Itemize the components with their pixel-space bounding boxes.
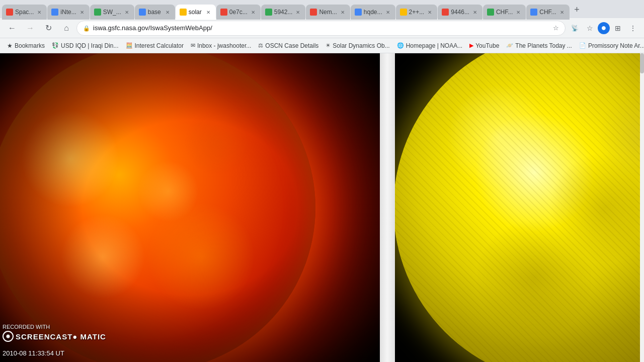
bookmark-oscn[interactable]: ⚖ OSCN Case Details bbox=[255, 41, 321, 50]
tab-favicon-hqde bbox=[355, 9, 362, 16]
tab-hqde[interactable]: hqde... ✕ bbox=[351, 5, 395, 20]
tab-close-sw[interactable]: ✕ bbox=[123, 9, 130, 16]
forward-button[interactable] bbox=[22, 20, 38, 36]
tab-favicon-solar bbox=[180, 9, 187, 16]
sun-left bbox=[0, 53, 315, 362]
screencast-text: SCREENCAST● MATIC bbox=[16, 332, 106, 341]
tab-label-sw: SW_... bbox=[103, 9, 121, 16]
tab-close-chf1[interactable]: ✕ bbox=[515, 9, 522, 16]
tab-inte[interactable]: iNte... ✕ bbox=[47, 5, 89, 20]
tab-label-hqde: hqde... bbox=[364, 9, 382, 16]
bookmark-solar[interactable]: ☀ Solar Dynamics Ob... bbox=[323, 41, 392, 50]
tab-close-hqde[interactable]: ✕ bbox=[384, 9, 391, 16]
screencast-inner-dot bbox=[6, 334, 10, 338]
address-bar[interactable]: iswa.gsfc.nasa.gov/IswaSystemWebApp/ bbox=[76, 21, 566, 36]
solar-right-panel bbox=[395, 53, 644, 362]
bookmark-button[interactable]: ☆ bbox=[583, 21, 597, 35]
bookmark-label-interest: Interest Calculator bbox=[135, 42, 184, 49]
extensions-button[interactable]: ⊞ bbox=[611, 21, 625, 35]
tab-close-5942[interactable]: ✕ bbox=[294, 9, 301, 16]
bookmark-label-planets: The Planets Today ... bbox=[515, 42, 572, 49]
scrollbar[interactable] bbox=[640, 53, 644, 362]
tab-label-5942: 5942... bbox=[274, 9, 293, 16]
tab-2pp[interactable]: 2++... ✕ bbox=[396, 5, 438, 20]
tab-favicon-0e7c bbox=[220, 9, 227, 16]
tab-chf1[interactable]: CHF... ✕ bbox=[483, 5, 526, 20]
bookmark-planets[interactable]: 🪐 The Planets Today ... bbox=[503, 41, 575, 50]
profile-button[interactable]: ● bbox=[598, 22, 610, 34]
tab-nem[interactable]: Nem... ✕ bbox=[306, 5, 350, 20]
tab-close-0e7c[interactable]: ✕ bbox=[250, 9, 257, 16]
tab-chf2[interactable]: CHF... ✕ bbox=[526, 5, 569, 20]
screencast-circle-icon bbox=[3, 331, 14, 342]
bookmark-label-solar: Solar Dynamics Ob... bbox=[333, 42, 389, 49]
tab-bar: Spac... ✕ iNte... ✕ SW_... ✕ base ✕ sola… bbox=[0, 0, 644, 18]
tab-label-solar: solar bbox=[189, 9, 202, 16]
tab-space[interactable]: Spac... ✕ bbox=[2, 5, 47, 20]
bookmark-usd[interactable]: 💱 USD IQD | Iraqi Din... bbox=[49, 41, 121, 50]
tab-close-solar[interactable]: ✕ bbox=[205, 9, 212, 16]
tab-favicon-inte bbox=[51, 9, 58, 16]
tab-favicon-9446 bbox=[442, 9, 449, 16]
tab-0e7c[interactable]: 0e7c... ✕ bbox=[216, 5, 261, 20]
bookmark-icon-bookmarks: ★ bbox=[7, 42, 13, 49]
recorded-with-label: RECORDED WITH bbox=[3, 324, 106, 330]
tab-close-inte[interactable]: ✕ bbox=[78, 9, 86, 16]
bookmark-homepage[interactable]: 🌐 Homepage | NOAA... bbox=[394, 41, 466, 50]
bookmark-inbox[interactable]: ✉ Inbox - jwashooter... bbox=[188, 41, 254, 50]
tab-label-chf1: CHF... bbox=[496, 9, 513, 16]
bookmark-youtube[interactable]: ▶ YouTube bbox=[466, 41, 502, 50]
settings-button[interactable]: ⋮ bbox=[626, 21, 640, 35]
bookmarks-bar: ★ Bookmarks 💱 USD IQD | Iraqi Din... 🧮 I… bbox=[0, 38, 644, 53]
star-icon[interactable] bbox=[553, 24, 559, 32]
tab-close-nem[interactable]: ✕ bbox=[339, 9, 346, 16]
cast-button[interactable]: 📡 bbox=[568, 21, 582, 35]
new-tab-button[interactable]: + bbox=[570, 3, 584, 17]
tab-base[interactable]: base ✕ bbox=[135, 5, 175, 20]
bookmark-label-youtube: YouTube bbox=[475, 42, 499, 49]
nav-bar: iswa.gsfc.nasa.gov/IswaSystemWebApp/ 📡 ☆… bbox=[0, 18, 644, 38]
tab-label-2pp: 2++... bbox=[409, 9, 425, 16]
tab-label-nem: Nem... bbox=[319, 9, 337, 16]
home-button[interactable] bbox=[58, 20, 74, 36]
tab-5942[interactable]: 5942... ✕ bbox=[261, 5, 306, 20]
panel-divider bbox=[380, 53, 395, 362]
lock-icon bbox=[83, 24, 90, 32]
tab-9446[interactable]: 9446... ✕ bbox=[438, 5, 482, 20]
scrollbar-thumb[interactable] bbox=[640, 53, 644, 73]
bookmark-bookmarks[interactable]: ★ Bookmarks bbox=[4, 41, 48, 50]
tab-close-2pp[interactable]: ✕ bbox=[426, 9, 433, 16]
tab-close-9446[interactable]: ✕ bbox=[471, 9, 478, 16]
tab-favicon-2pp bbox=[400, 9, 407, 16]
tab-favicon-sw bbox=[94, 9, 101, 16]
tab-label-base: base bbox=[148, 9, 161, 16]
bookmark-label-oscn: OSCN Case Details bbox=[265, 42, 318, 49]
tab-close-chf2[interactable]: ✕ bbox=[558, 9, 566, 16]
timestamp-overlay: 2010-08 11:33:54 UT bbox=[3, 349, 64, 357]
bookmark-interest[interactable]: 🧮 Interest Calculator bbox=[123, 41, 187, 50]
bookmark-icon-interest: 🧮 bbox=[126, 42, 133, 49]
nav-icons: 📡 ☆ ● ⊞ ⋮ bbox=[568, 21, 640, 35]
tab-label-inte: iNte... bbox=[60, 9, 76, 16]
back-button[interactable] bbox=[4, 20, 20, 36]
tab-favicon-5942 bbox=[265, 9, 272, 16]
tab-favicon-chf1 bbox=[487, 9, 494, 16]
bookmark-label-promissory: Promissory Note Ar... bbox=[588, 42, 644, 49]
bookmark-promissory[interactable]: 📄 Promissory Note Ar... bbox=[576, 41, 644, 50]
home-icon bbox=[64, 24, 69, 33]
bookmark-icon-homepage: 🌐 bbox=[397, 42, 404, 49]
bookmark-icon-promissory: 📄 bbox=[579, 42, 586, 49]
bookmark-label-inbox: Inbox - jwashooter... bbox=[197, 42, 251, 49]
tab-label-9446: 9446... bbox=[451, 9, 469, 16]
bookmark-icon-youtube: ▶ bbox=[469, 42, 473, 49]
screencast-logo: SCREENCAST● MATIC bbox=[3, 331, 106, 342]
refresh-button[interactable] bbox=[40, 20, 56, 36]
tab-solar[interactable]: solar ✕ bbox=[176, 5, 216, 20]
back-icon bbox=[8, 24, 16, 33]
forward-icon bbox=[26, 24, 34, 33]
tab-close-space[interactable]: ✕ bbox=[36, 9, 43, 16]
tab-sw[interactable]: SW_... ✕ bbox=[90, 5, 134, 20]
bookmark-icon-usd: 💱 bbox=[52, 42, 59, 49]
tab-close-base[interactable]: ✕ bbox=[164, 9, 171, 16]
screencast-overlay: RECORDED WITH SCREENCAST● MATIC bbox=[3, 324, 106, 342]
